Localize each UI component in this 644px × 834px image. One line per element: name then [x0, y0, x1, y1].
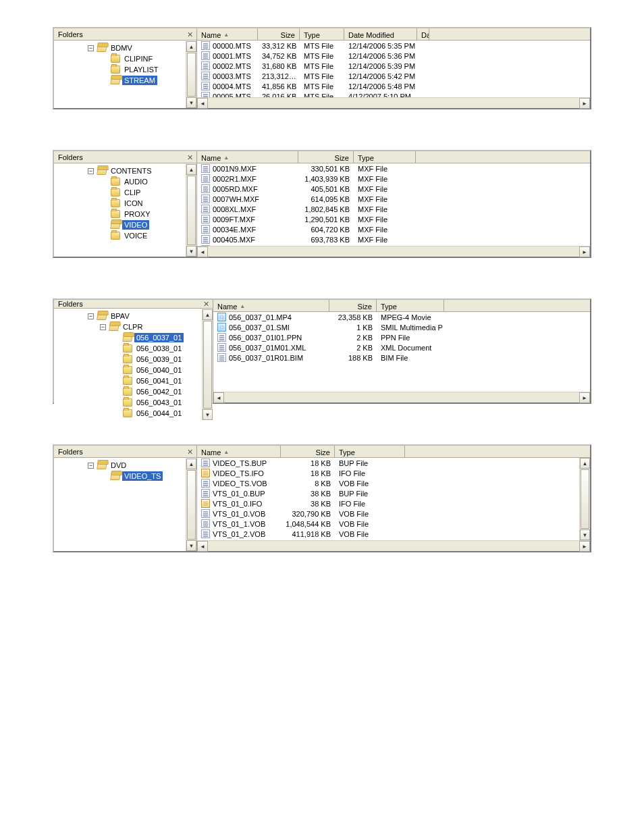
tree-item[interactable]: STREAM [88, 75, 186, 86]
close-icon[interactable]: ✕ [202, 300, 210, 308]
expand-toggle-icon[interactable]: − [88, 463, 94, 469]
tree-item-label[interactable]: 056_0043_01 [134, 398, 184, 407]
scroll-right-icon[interactable]: ► [579, 392, 590, 403]
cell-name[interactable]: VTS_01_0.BUP [197, 489, 281, 498]
scroll-down-icon[interactable]: ▼ [186, 246, 196, 257]
tree-scrollbar[interactable]: ▲▼ [186, 41, 196, 108]
tree-item[interactable]: CLIP [88, 187, 186, 198]
scroll-up-icon[interactable]: ▲ [580, 458, 590, 469]
h-scrollbar[interactable]: ◄► [197, 540, 590, 551]
cell-name[interactable]: VIDEO_TS.IFO [197, 469, 281, 478]
table-row[interactable]: 00003.MTS213,312…MTS File12/14/2006 5:42… [197, 71, 590, 81]
tree-item[interactable]: CLIPINF [88, 53, 186, 64]
scroll-left-icon[interactable]: ◄ [213, 392, 224, 403]
scroll-up-icon[interactable]: ▲ [203, 309, 213, 320]
tree-item-label[interactable]: 056_0042_01 [134, 387, 184, 396]
scroll-right-icon[interactable]: ► [579, 246, 590, 257]
table-row[interactable]: 0009FT.MXF1,290,501 KBMXF File [197, 214, 590, 224]
cell-name[interactable]: 00001.MTS [197, 51, 258, 61]
folder-tree[interactable]: −CONTENTSAUDIOCLIPICONPROXYVIDEOVOICE [54, 164, 186, 257]
scroll-up-icon[interactable]: ▲ [186, 164, 196, 175]
scroll-thumb[interactable] [187, 176, 196, 245]
cell-name[interactable]: 00034E.MXF [197, 225, 298, 234]
scroll-left-icon[interactable]: ◄ [197, 541, 208, 552]
column-header[interactable]: Date Modified [344, 28, 417, 40]
column-header[interactable]: Type [335, 446, 405, 457]
scroll-thumb[interactable] [187, 470, 196, 540]
scroll-thumb[interactable] [187, 53, 196, 97]
tree-item-label[interactable]: VIDEO_TS [122, 471, 163, 481]
cell-name[interactable]: 0001N9.MXF [197, 164, 298, 174]
tree-item-label[interactable]: CLIPINF [122, 54, 155, 63]
tree-item[interactable]: −DVD [88, 460, 186, 471]
tree-item[interactable]: VIDEO [88, 219, 186, 230]
expand-toggle-icon[interactable]: − [88, 168, 94, 174]
scroll-down-icon[interactable]: ▼ [186, 540, 196, 551]
tree-item[interactable]: 056_0041_01 [88, 375, 202, 386]
cell-name[interactable]: VIDEO_TS.BUP [197, 459, 281, 468]
table-row[interactable]: 00004.MTS41,856 KBMTS File12/14/2006 5:4… [197, 81, 590, 91]
tree-item[interactable]: −CONTENTS [88, 165, 186, 176]
tree-item-label[interactable]: CLPR [121, 322, 144, 332]
cell-name[interactable]: VTS_01_1.VOB [197, 519, 281, 529]
tree-item-label[interactable]: DVD [109, 461, 128, 470]
close-icon[interactable]: ✕ [186, 153, 194, 161]
expand-toggle-icon[interactable]: − [100, 324, 106, 330]
cell-name[interactable]: VTS_01_0.VOB [197, 509, 281, 519]
table-row[interactable]: 056_0037_01I01.PPN2 KBPPN File [213, 332, 590, 342]
folder-tree[interactable]: −BDMVCLIPINFPLAYLISTSTREAM [54, 41, 186, 108]
cell-name[interactable]: 00002.MTS [197, 61, 258, 71]
table-row[interactable]: 056_0037_01M01.XML2 KBXML Document [213, 342, 590, 353]
tree-item-label[interactable]: AUDIO [122, 177, 150, 186]
column-header[interactable]: Name▲ [197, 28, 258, 40]
table-row[interactable]: VIDEO_TS.IFO18 KBIFO File [197, 468, 579, 478]
scroll-track[interactable] [224, 392, 579, 402]
tree-scrollbar[interactable]: ▲▼ [186, 459, 196, 551]
scroll-down-icon[interactable]: ▼ [580, 529, 590, 540]
tree-item-label[interactable]: STREAM [122, 76, 157, 85]
file-rows[interactable]: 0001N9.MXF330,501 KBMXF File0002R1.MXF1,… [197, 163, 590, 246]
tree-item-label[interactable]: 056_0040_01 [134, 365, 184, 375]
close-icon[interactable]: ✕ [186, 30, 194, 38]
tree-item-label[interactable]: 056_0044_01 [134, 409, 184, 418]
table-row[interactable]: 000405.MXF693,783 KBMXF File [197, 234, 590, 244]
table-row[interactable]: 0007WH.MXF614,095 KBMXF File [197, 194, 590, 204]
column-header[interactable]: Size [258, 28, 300, 40]
cell-name[interactable]: 056_0037_01I01.PPN [213, 333, 329, 342]
expand-toggle-icon[interactable]: − [88, 313, 94, 319]
tree-item[interactable]: 056_0044_01 [88, 408, 202, 419]
cell-name[interactable]: 00000.MTS [197, 41, 258, 51]
file-rows[interactable]: 00000.MTS33,312 KBMTS File12/14/2006 5:3… [197, 41, 590, 97]
scroll-left-icon[interactable]: ◄ [197, 246, 208, 257]
tree-item[interactable]: AUDIO [88, 176, 186, 187]
cell-name[interactable]: 0008XL.MXF [197, 205, 298, 214]
table-row[interactable]: 00005.MTS26,016 KBMTS File4/12/2007 5:10… [197, 91, 590, 97]
table-row[interactable]: VTS_01_1.VOB1,048,544 KBVOB File [197, 519, 579, 529]
column-header[interactable]: Size [329, 300, 377, 311]
tree-item-label[interactable]: CLIP [122, 188, 142, 197]
cell-name[interactable]: 00004.MTS [197, 82, 258, 91]
tree-item-label[interactable]: 056_0039_01 [134, 355, 184, 364]
column-header[interactable]: Name▲ [213, 300, 329, 311]
file-rows[interactable]: VIDEO_TS.BUP18 KBBUP FileVIDEO_TS.IFO18 … [197, 458, 579, 540]
table-row[interactable]: 00000.MTS33,312 KBMTS File12/14/2006 5:3… [197, 41, 590, 51]
table-row[interactable]: VTS_01_0.IFO38 KBIFO File [197, 498, 579, 509]
tree-item[interactable]: 056_0039_01 [88, 354, 202, 365]
cell-name[interactable]: VIDEO_TS.VOB [197, 479, 281, 488]
column-header[interactable]: Size [281, 446, 335, 457]
tree-item[interactable]: 056_0040_01 [88, 365, 202, 375]
cell-name[interactable]: 000405.MXF [197, 235, 298, 244]
tree-item[interactable]: 056_0038_01 [88, 343, 202, 354]
tree-item[interactable]: VIDEO_TS [88, 471, 186, 481]
h-scrollbar[interactable]: ◄► [213, 392, 590, 402]
cell-name[interactable]: VTS_01_2.VOB [197, 529, 281, 539]
scroll-track[interactable] [208, 541, 579, 551]
cell-name[interactable]: 0005RD.MXF [197, 184, 298, 194]
cell-name[interactable]: 056_0037_01R01.BIM [213, 353, 329, 363]
cell-name[interactable]: 056_0037_01.SMI [213, 323, 329, 332]
list-scrollbar[interactable]: ▲▼ [579, 458, 590, 540]
cell-name[interactable]: 0009FT.MXF [197, 215, 298, 224]
tree-item[interactable]: −BPAV [88, 311, 202, 321]
tree-scrollbar[interactable]: ▲▼ [186, 164, 196, 257]
file-rows[interactable]: 056_0037_01.MP423,358 KBMPEG-4 Movie056_… [213, 312, 590, 392]
